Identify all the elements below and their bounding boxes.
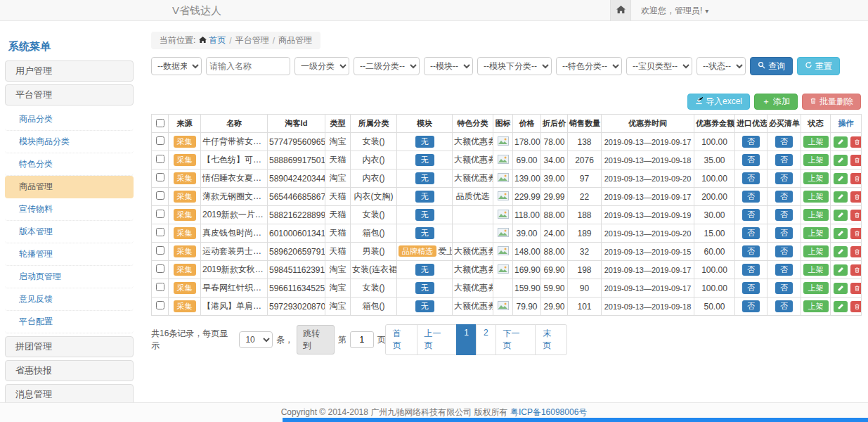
reset-button[interactable]: 重置 [797,57,840,75]
must-buy-toggle[interactable]: 否 [775,245,793,257]
row-checkbox[interactable] [156,283,164,291]
import-select-toggle[interactable]: 否 [742,172,760,184]
delete-button[interactable] [850,283,862,294]
import-select-toggle[interactable]: 否 [742,227,760,239]
sidebar-submenu-item[interactable]: 模块商品分类 [5,131,134,153]
must-buy-toggle[interactable]: 否 [775,264,793,276]
delete-button[interactable] [850,173,862,184]
sidebar-submenu-item[interactable]: 启动页管理 [5,266,134,288]
edit-button[interactable] [834,136,848,148]
delete-button[interactable] [850,155,862,166]
must-buy-toggle[interactable]: 否 [775,282,793,294]
status-button[interactable]: 上架 [803,264,829,276]
jump-button[interactable]: 跳转到 [297,325,335,354]
page-number-input[interactable] [350,331,374,348]
import-select-toggle[interactable]: 否 [742,209,760,221]
edit-button[interactable] [834,173,848,184]
name-search-input[interactable] [206,57,290,75]
filter-select[interactable]: 一级分类 [294,57,349,75]
must-buy-toggle[interactable]: 否 [775,172,793,184]
row-checkbox[interactable] [156,301,164,309]
delete-button[interactable] [850,246,862,257]
sidebar-submenu-item[interactable]: 商品分类 [5,108,134,131]
sidebar-submenu-item[interactable]: 平台配置 [5,311,134,333]
edit-button[interactable] [834,283,848,294]
add-button[interactable]: ＋ 添加 [754,94,798,110]
must-buy-toggle[interactable]: 否 [775,300,793,312]
sidebar-panel[interactable]: 平台管理 [5,84,134,106]
delete-button[interactable] [850,228,862,239]
row-checkbox[interactable] [156,191,164,200]
row-checkbox[interactable] [156,173,164,181]
edit-button[interactable] [834,301,848,312]
status-button[interactable]: 上架 [803,209,829,221]
must-buy-toggle[interactable]: 否 [775,154,793,166]
edit-button[interactable] [834,191,848,203]
per-page-select[interactable]: 10 [239,331,273,348]
filter-select[interactable]: --模块下分类-- [477,57,552,75]
delete-button[interactable] [850,301,862,312]
sidebar-submenu-item[interactable]: 轮播管理 [5,243,134,266]
status-button[interactable]: 上架 [803,172,829,184]
row-checkbox[interactable] [156,155,164,163]
delete-button[interactable] [850,210,862,221]
sidebar-submenu-item[interactable]: 版本管理 [5,221,134,243]
sidebar-panel[interactable]: 消息管理 [5,384,134,402]
status-button[interactable]: 上架 [803,227,829,239]
must-buy-toggle[interactable]: 否 [775,227,793,239]
must-buy-toggle[interactable]: 否 [775,136,793,148]
status-button[interactable]: 上架 [803,191,829,203]
page-button[interactable]: 首页 [385,324,417,355]
delete-button[interactable] [850,191,862,203]
select-all-checkbox[interactable] [156,119,164,127]
edit-button[interactable] [834,246,848,257]
delete-button[interactable] [850,136,862,148]
import-select-toggle[interactable]: 否 [742,191,760,203]
edit-button[interactable] [834,210,848,221]
row-checkbox[interactable] [156,210,164,218]
edit-button[interactable] [834,155,848,166]
data-source-select[interactable]: --数据来源-- [151,57,202,75]
row-checkbox[interactable] [156,264,164,273]
edit-button[interactable] [834,264,848,276]
sidebar-panel[interactable]: 用户管理 [5,60,134,82]
status-button[interactable]: 上架 [803,136,829,148]
page-button[interactable]: 末页 [535,324,567,355]
sidebar-submenu-item[interactable]: 宣传物料 [5,198,134,221]
sidebar-submenu-item[interactable]: 特色分类 [5,153,134,176]
filter-select[interactable]: --特色分类-- [556,57,622,75]
import-select-toggle[interactable]: 否 [742,264,760,276]
row-checkbox[interactable] [156,136,164,145]
icp-link[interactable]: 粤ICP备16098006号 [510,407,587,417]
breadcrumb-home-link[interactable]: 首页 [199,34,226,46]
must-buy-toggle[interactable]: 否 [775,191,793,203]
import-select-toggle[interactable]: 否 [742,245,760,257]
sidebar-panel[interactable]: 拼团管理 [5,336,134,357]
edit-button[interactable] [834,228,848,239]
row-checkbox[interactable] [156,228,164,236]
filter-select[interactable]: --二级分类-- [354,57,420,75]
delete-button[interactable] [850,264,862,276]
status-button[interactable]: 上架 [803,245,829,257]
status-button[interactable]: 上架 [803,300,829,312]
filter-select[interactable]: --模块-- [424,57,473,75]
filter-select[interactable]: --状态-- [697,57,746,75]
home-button[interactable] [610,0,631,21]
import-select-toggle[interactable]: 否 [742,300,760,312]
sidebar-submenu-item[interactable]: 商品管理 [5,176,134,198]
must-buy-toggle[interactable]: 否 [775,209,793,221]
import-select-toggle[interactable]: 否 [742,154,760,166]
import-select-toggle[interactable]: 否 [742,282,760,294]
breadcrumb-item[interactable]: 商品管理 [278,34,312,46]
filter-select[interactable]: --宝贝类型-- [626,57,692,75]
import-excel-button[interactable]: 导入excel [687,94,750,110]
page-button[interactable]: 上一页 [417,324,458,355]
status-button[interactable]: 上架 [803,282,829,294]
sidebar-panel[interactable]: 省惠快报 [5,360,134,381]
search-button[interactable]: 查询 [750,57,793,75]
page-button[interactable]: 2 [476,324,496,355]
status-button[interactable]: 上架 [803,154,829,166]
row-checkbox[interactable] [156,246,164,255]
page-button[interactable]: 下一页 [495,324,536,355]
breadcrumb-item[interactable]: 平台管理 [235,34,269,46]
